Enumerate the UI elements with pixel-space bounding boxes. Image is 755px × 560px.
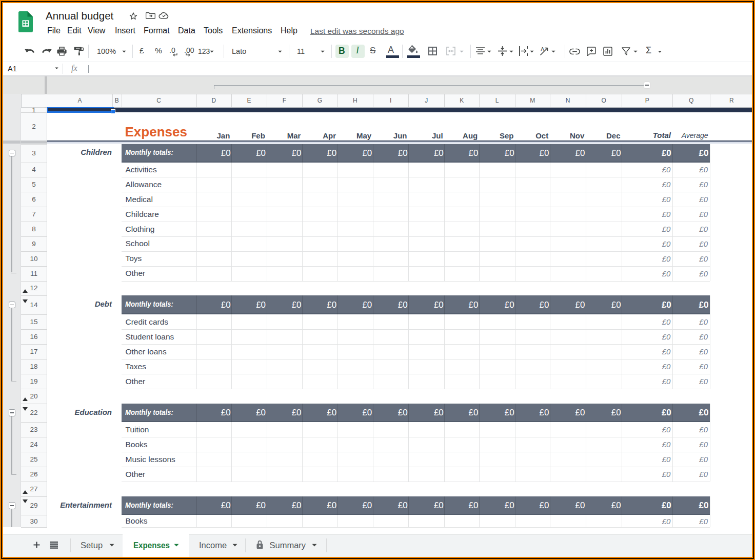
svg-text:A: A [541, 46, 545, 52]
